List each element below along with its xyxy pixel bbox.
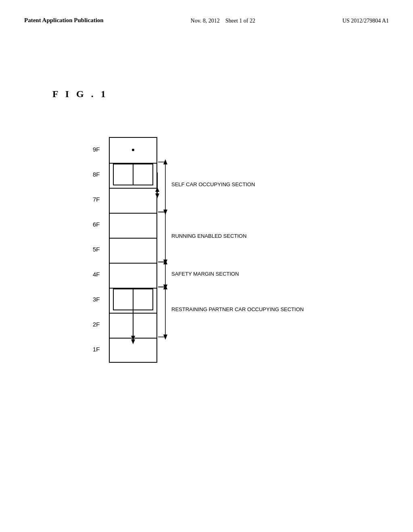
floor-label-2f: 2F [93, 321, 100, 328]
floor-label-7f: 7F [93, 196, 100, 203]
publication-date: Nov. 8, 2012 Sheet 1 of 22 [191, 18, 255, 24]
svg-marker-16 [163, 259, 167, 264]
page-header: Patent Application Publication Nov. 8, 2… [0, 0, 413, 25]
floor-line-5f [110, 238, 156, 239]
floor-label-8f: 8F [93, 171, 100, 178]
floor-line-4f [110, 263, 156, 264]
floor-label-6f: 6F [93, 221, 100, 228]
svg-marker-22 [163, 335, 167, 340]
publication-title: Patent Application Publication [24, 16, 104, 25]
publication-number: US 2012/279804 A1 [342, 18, 389, 24]
floor-line-7f [110, 188, 156, 189]
restraining-section-label: RESTRAINING PARTNER CAR OCCUPYING SECTIO… [171, 306, 304, 312]
floor-label-9f: 9F [93, 146, 100, 153]
figure-label: F I G . 1 [52, 89, 108, 100]
floor-line-1f [110, 338, 156, 339]
floor-line-2f [110, 313, 156, 314]
floor-label-1f: 1F [93, 346, 100, 353]
diagram: 9F 8F 7F 6F 5F 4F 3F 2F 1F [81, 137, 323, 371]
svg-marker-7 [163, 159, 167, 164]
partner-car-box [113, 289, 153, 310]
safety-section-label: SAFETY MARGIN SECTION [171, 271, 239, 277]
self-car-section-label: SELF CAR OCCUPYING SECTION [171, 181, 255, 187]
floor-label-3f: 3F [93, 296, 100, 303]
floor-label-4f: 4F [93, 271, 100, 278]
self-car-box [113, 164, 153, 185]
svg-marker-21 [163, 284, 167, 289]
running-section-label: RUNNING ENABLED SECTION [171, 233, 246, 239]
svg-marker-12 [163, 260, 167, 265]
floor-line-6f [110, 213, 156, 214]
building-shaft [109, 137, 157, 363]
svg-marker-17 [163, 285, 167, 290]
svg-marker-8 [163, 210, 167, 215]
floor-label-5f: 5F [93, 246, 100, 253]
